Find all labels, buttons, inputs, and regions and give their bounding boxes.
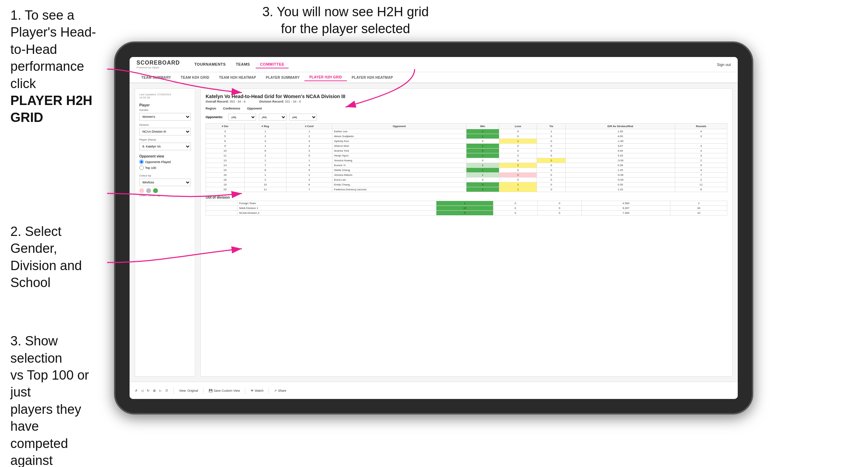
redo-btn[interactable]: ↻ xyxy=(147,389,150,392)
cell-win: 1 xyxy=(466,173,499,178)
nav-tournaments[interactable]: TOURNAMENTS xyxy=(190,61,230,68)
cell-win: 1 xyxy=(466,129,499,134)
table-row: 9 1 4 Sharon Mun 1 0 0 3.67 3 xyxy=(206,144,727,149)
colour-label: Colour by xyxy=(139,174,191,177)
cell-loss: 0 xyxy=(499,168,537,173)
region-select[interactable]: (All) xyxy=(228,114,256,121)
player-rank-select[interactable]: 8. Katelyn Vo xyxy=(139,143,191,150)
table-row: 20 11 7 Federica Domecq Lacroze 2 1 0 1.… xyxy=(206,187,727,192)
nav-committee[interactable]: COMMITTEE xyxy=(256,61,289,68)
cell-diff: 0.38 xyxy=(566,163,675,168)
forward-btn[interactable]: ▷ xyxy=(159,389,162,392)
ood-opponent: NAIA Division 1 xyxy=(237,206,436,211)
col-loss: Loss xyxy=(499,124,537,129)
ood-diff: 9.267 xyxy=(582,206,670,211)
table-row: 18 2 2 Euna Lee 0 0 0 -5.00 2 xyxy=(206,178,727,182)
cell-win: 2 xyxy=(466,187,499,192)
cell-reg: 2 xyxy=(244,178,286,182)
cell-conf: 4 xyxy=(286,163,332,168)
subnav-player-h2h-heatmap[interactable]: PLAYER H2H HEATMAP xyxy=(347,74,398,81)
division-select[interactable]: NCAA Division III xyxy=(139,128,191,135)
cell-diff: 0.30 xyxy=(566,182,675,187)
opponent-view-label: Opponent view xyxy=(139,154,191,158)
region-filter-group: Region xyxy=(206,107,216,110)
cell-reg: 1 xyxy=(244,158,286,163)
subnav-team-h2h-grid[interactable]: TEAM H2H GRID xyxy=(176,74,214,81)
bottom-toolbar: ↺ ◁ ↻ ⊞ ▷ ⏱ View: Original 💾 Save Custom… xyxy=(130,382,738,399)
grid-btn[interactable]: ⊞ xyxy=(153,389,156,392)
toolbar-sep-4 xyxy=(268,387,269,394)
cell-tie: 0 xyxy=(537,134,566,139)
legend-level: Level xyxy=(148,194,155,197)
ood-table-row: Foreign Team 1 0 0 4.500 2 xyxy=(206,201,727,206)
overall-record: Overall Record: 353 - 34 - 6 xyxy=(206,100,246,103)
opponent-filter-label: Opponent xyxy=(247,107,262,110)
radio-group: Opponents Played Top 100 xyxy=(139,160,191,170)
cell-reg: 1 xyxy=(244,129,286,134)
grid-title: Katelyn Vo Head-to-Head Grid for Women's… xyxy=(206,94,727,99)
cell-rounds: 3 xyxy=(675,134,727,139)
cell-loss: 1 xyxy=(499,182,537,187)
ood-win: 15 xyxy=(436,206,493,211)
cell-reg: 1 xyxy=(244,144,286,149)
ood-loss: 0 xyxy=(493,201,538,206)
subnav-player-h2h-grid[interactable]: PLAYER H2H GRID xyxy=(304,74,347,81)
cell-opponent: Andrea York xyxy=(332,149,466,153)
view-original-btn[interactable]: View: Original xyxy=(179,389,198,392)
opponent-select[interactable]: (All) xyxy=(289,114,317,121)
table-row: 10 6 3 Andrea York 2 0 0 4.00 4 xyxy=(206,149,727,153)
back-btn[interactable]: ◁ xyxy=(141,389,143,392)
col-win: Win xyxy=(466,124,499,129)
cell-rounds: 9 xyxy=(675,163,727,168)
table-row: 19 10 6 Emily Chang 4 1 0 0.30 11 xyxy=(206,182,727,187)
out-of-division-table: Foreign Team 1 0 0 4.500 2 NAIA Division… xyxy=(206,201,727,216)
clock-btn[interactable]: ⏱ xyxy=(165,389,168,392)
conference-select[interactable]: (All) xyxy=(259,114,286,121)
share-btn[interactable]: ↗ Share xyxy=(274,389,286,392)
cell-win: 2 xyxy=(466,163,499,168)
cell-loss: 0 xyxy=(499,134,537,139)
cell-div: 6 xyxy=(206,139,245,144)
undo-btn[interactable]: ↺ xyxy=(135,389,138,392)
subnav-team-h2h-heatmap[interactable]: TEAM H2H HEATMAP xyxy=(214,74,261,81)
gender-select[interactable]: Women's xyxy=(139,113,191,121)
subnav-player-summary[interactable]: PLAYER SUMMARY xyxy=(261,74,304,81)
cell-reg: 2 xyxy=(244,153,286,158)
col-reg: # Reg xyxy=(244,124,286,129)
table-row: 11 2 5 Heejo Hyun 1 0 0 3.33 3 xyxy=(206,153,727,158)
watch-btn[interactable]: 👁 Watch xyxy=(251,389,263,392)
step1-text: 1. To see a Player's Head-to-Head perfor… xyxy=(10,7,107,126)
cell-reg: 11 xyxy=(244,187,286,192)
subnav-team-summary[interactable]: TEAM SUMMARY xyxy=(136,74,176,81)
gender-label: Gender xyxy=(139,108,191,112)
cell-loss: 0 xyxy=(499,158,537,163)
cell-tie: 0 xyxy=(537,144,566,149)
ood-rounds: 10 xyxy=(670,211,727,216)
cell-opponent: Euna Lee xyxy=(332,178,466,182)
step2-text: 2. Select Gender, Division and School xyxy=(10,223,107,292)
ood-table-body: Foreign Team 1 0 0 4.500 2 NAIA Division… xyxy=(206,201,727,216)
cell-diff: 4.00 xyxy=(566,134,675,139)
cell-opponent: Federica Domecq Lacroze xyxy=(332,187,466,192)
col-opponent: Opponent xyxy=(332,124,466,129)
cell-diff: -1.00 xyxy=(566,139,675,144)
radio-top100[interactable]: Top 100 xyxy=(139,165,191,170)
ood-table-row: NAIA Division 1 15 0 0 9.267 30 xyxy=(206,206,727,211)
table-header-row: # Div # Reg # Conf Opponent Win Loss Tie… xyxy=(206,124,727,129)
col-diff: Diff Av Strokes/Rnd xyxy=(566,124,675,129)
table-row: 16 1 1 Jessica Mason 1 2 0 -0.94 7 xyxy=(206,173,727,178)
nav-teams[interactable]: TEAMS xyxy=(232,61,254,68)
col-div: # Div xyxy=(206,124,245,129)
ood-win: 1 xyxy=(436,201,493,206)
save-custom-view-btn[interactable]: 💾 Save Custom View xyxy=(209,389,240,392)
colour-select[interactable]: Win/loss xyxy=(139,179,191,186)
ood-diff: 4.500 xyxy=(582,201,670,206)
step3-left-text: 3. Show selection vs Top 100 or just pla… xyxy=(10,333,107,467)
sign-out[interactable]: Sign out xyxy=(717,63,731,67)
ood-opponent: NCAA Division 2 xyxy=(237,211,436,216)
cell-opponent: Sydney Kuo xyxy=(332,139,466,144)
filter-section: Region Conference Opponent xyxy=(206,107,727,110)
ood-tie: 0 xyxy=(537,206,582,211)
radio-opponents-played[interactable]: Opponents Played xyxy=(139,160,191,164)
cell-rounds: 7 xyxy=(675,173,727,178)
